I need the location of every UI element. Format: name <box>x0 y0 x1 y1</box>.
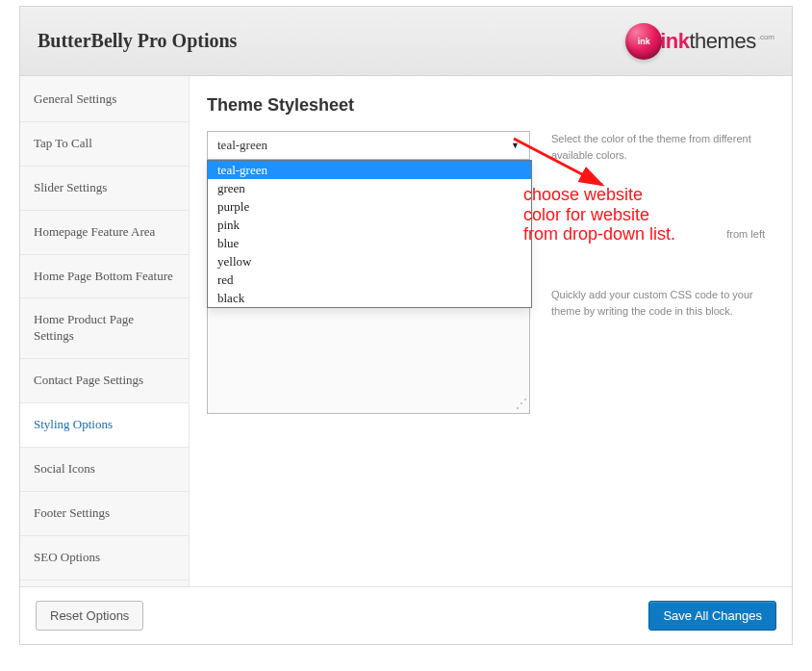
dropdown-option-yellow[interactable]: yellow <box>208 252 531 271</box>
theme-color-dropdown: teal-green green purple pink blue yellow… <box>207 160 532 308</box>
chevron-down-icon: ▼ <box>511 141 520 150</box>
settings-sidebar: General Settings Tap To Call Slider Sett… <box>20 76 189 586</box>
sidebar-item-home-product-page-settings[interactable]: Home Product Page Settings <box>20 298 189 359</box>
sidebar-item-home-page-bottom-feature[interactable]: Home Page Bottom Feature <box>20 255 189 299</box>
sidebar-item-seo-options[interactable]: SEO Options <box>20 536 189 581</box>
sidebar-item-tap-to-call[interactable]: Tap To Call <box>20 122 189 167</box>
logo-suffix: .com <box>758 33 774 41</box>
custom-css-help: Quickly add your custom CSS code to your… <box>551 287 765 414</box>
dropdown-option-black[interactable]: black <box>208 289 531 307</box>
dropdown-option-purple[interactable]: purple <box>208 197 531 216</box>
dropdown-option-green[interactable]: green <box>208 179 531 197</box>
sidebar-item-contact-page-settings[interactable]: Contact Page Settings <box>20 359 189 403</box>
logo-text: inkthemes <box>660 29 755 54</box>
settings-content: Theme Stylesheet teal-green ▼ teal-green… <box>189 76 792 586</box>
reset-options-button[interactable]: Reset Options <box>36 601 143 631</box>
brand-logo: ink inkthemes .com <box>625 23 774 60</box>
panel-body: General Settings Tap To Call Slider Sett… <box>20 76 792 586</box>
sidebar-item-general-settings[interactable]: General Settings <box>20 78 189 122</box>
sidebar-item-slider-settings[interactable]: Slider Settings <box>20 167 189 211</box>
logo-badge-icon: ink <box>625 23 662 60</box>
panel-footer: Reset Options Save All Changes <box>20 586 792 644</box>
panel-header: ButterBelly Pro Options ink inkthemes .c… <box>20 7 792 76</box>
sidebar-item-styling-options[interactable]: Styling Options <box>20 403 189 448</box>
theme-color-row: teal-green ▼ teal-green green purple pin… <box>207 131 765 163</box>
sidebar-item-homepage-feature-area[interactable]: Homepage Feature Area <box>20 211 189 255</box>
theme-color-value: teal-green <box>217 138 267 153</box>
sidebar-item-footer-settings[interactable]: Footer Settings <box>20 492 189 536</box>
theme-color-help: Select the color of the theme from diffe… <box>551 131 765 163</box>
dropdown-option-pink[interactable]: pink <box>208 216 531 234</box>
save-all-changes-button[interactable]: Save All Changes <box>648 601 776 631</box>
page-title: ButterBelly Pro Options <box>38 30 237 52</box>
section-title: Theme Stylesheet <box>207 95 765 116</box>
sidebar-item-social-icons[interactable]: Social Icons <box>20 448 189 492</box>
dropdown-option-teal-green[interactable]: teal-green <box>208 161 531 179</box>
theme-color-select[interactable]: teal-green ▼ <box>207 131 530 160</box>
rtl-help-line1: from left <box>551 178 765 243</box>
dropdown-option-red[interactable]: red <box>208 271 531 289</box>
resize-handle-icon: ⋰ <box>516 397 527 411</box>
options-panel: ButterBelly Pro Options ink inkthemes .c… <box>19 6 793 645</box>
dropdown-option-blue[interactable]: blue <box>208 234 531 252</box>
